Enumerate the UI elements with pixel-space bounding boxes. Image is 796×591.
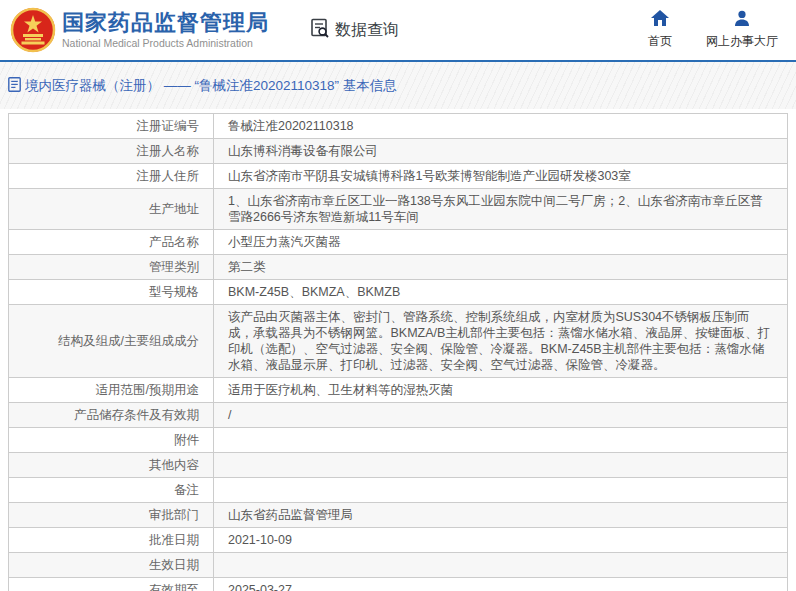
nav-home-label: 首页: [648, 33, 672, 50]
row-value-text: 第二类: [228, 260, 266, 274]
row-value-text: 适用于医疗机构、卫生材料等的湿热灭菌: [228, 383, 453, 397]
row-value: 第二类: [214, 255, 788, 280]
row-label: 适用范围/预期用途: [9, 378, 214, 403]
row-label-text: 其他内容: [149, 458, 199, 472]
row-label: 生效日期: [9, 553, 214, 578]
row-value: /: [214, 403, 788, 428]
breadcrumb-text: 境内医疗器械（注册） —— “鲁械注准20202110318” 基本信息: [25, 77, 397, 95]
row-value: BKM-Z45B、BKMZA、BKMZB: [214, 280, 788, 305]
registration-info-table: 注册证编号鲁械注准20202110318注册人名称山东博科消毒设备有限公司注册人…: [8, 113, 788, 591]
row-value: 山东省济南市平阴县安城镇博科路1号欧莱博智能制造产业园研发楼303室: [214, 164, 788, 189]
top-nav: 首页 网上办事大厅: [648, 10, 778, 50]
breadcrumb-bar: 境内医疗器械（注册） —— “鲁械注准20202110318” 基本信息: [0, 62, 796, 109]
nmpa-emblem-logo: [10, 7, 56, 53]
table-row: 审批部门山东省药品监督管理局: [9, 503, 788, 528]
row-label: 型号规格: [9, 280, 214, 305]
row-label-text: 备注: [174, 483, 199, 497]
row-label-text: 审批部门: [149, 508, 199, 522]
row-value-text: 山东省药品监督管理局: [228, 508, 353, 522]
row-label: 其他内容: [9, 453, 214, 478]
row-value: 2021-10-09: [214, 528, 788, 553]
row-label-text: 注册人名称: [137, 144, 200, 158]
row-label-text: 附件: [174, 433, 199, 447]
table-row: 适用范围/预期用途适用于医疗机构、卫生材料等的湿热灭菌: [9, 378, 788, 403]
row-label: 产品名称: [9, 230, 214, 255]
row-label-text: 型号规格: [149, 285, 199, 299]
row-value: 鲁械注准20202110318: [214, 114, 788, 139]
table-row: 生效日期: [9, 553, 788, 578]
row-label: 生产地址: [9, 189, 214, 230]
nav-online-hall-label: 网上办事大厅: [706, 33, 778, 50]
table-row: 附件: [9, 428, 788, 453]
row-value: 1、山东省济南市章丘区工业一路138号东风工业园东院中间二号厂房；2、山东省济南…: [214, 189, 788, 230]
org-name-en: National Medical Products Administration: [62, 37, 269, 49]
row-label-text: 注册人住所: [137, 169, 200, 183]
row-value: [214, 453, 788, 478]
row-value-text: 1、山东省济南市章丘区工业一路138号东风工业园东院中间二号厂房；2、山东省济南…: [228, 194, 763, 224]
table-row: 有效期至2025-03-27: [9, 578, 788, 591]
table-row: 注册证编号鲁械注准20202110318: [9, 114, 788, 139]
table-row: 生产地址1、山东省济南市章丘区工业一路138号东风工业园东院中间二号厂房；2、山…: [9, 189, 788, 230]
row-value: 山东省药品监督管理局: [214, 503, 788, 528]
row-label: 审批部门: [9, 503, 214, 528]
row-label-text: 有效期至: [149, 583, 199, 591]
row-label-text: 生效日期: [149, 558, 199, 572]
row-label: 注册证编号: [9, 114, 214, 139]
user-icon: [734, 10, 750, 30]
row-value-text: 2025-03-27: [228, 583, 292, 591]
document-search-icon: [309, 17, 331, 43]
row-label: 批准日期: [9, 528, 214, 553]
page-header: 国家药品监督管理局 National Medical Products Admi…: [0, 0, 796, 62]
row-label-text: 产品名称: [149, 235, 199, 249]
data-query-section: 数据查询: [309, 17, 399, 43]
breadcrumb: 境内医疗器械（注册） —— “鲁械注准20202110318” 基本信息: [8, 77, 397, 95]
row-label: 注册人名称: [9, 139, 214, 164]
row-value: 2025-03-27: [214, 578, 788, 591]
row-value-text: 该产品由灭菌器主体、密封门、管路系统、控制系统组成，内室材质为SUS304不锈钢…: [228, 310, 770, 372]
row-label-text: 结构及组成/主要组成成分: [58, 334, 199, 348]
table-row: 备注: [9, 478, 788, 503]
row-label: 产品储存条件及有效期: [9, 403, 214, 428]
row-label-text: 适用范围/预期用途: [96, 383, 199, 397]
row-value: 山东博科消毒设备有限公司: [214, 139, 788, 164]
document-icon: [8, 77, 21, 95]
row-label-text: 批准日期: [149, 533, 199, 547]
nav-online-hall[interactable]: 网上办事大厅: [706, 10, 778, 50]
table-row: 产品名称小型压力蒸汽灭菌器: [9, 230, 788, 255]
table-row: 注册人住所山东省济南市平阴县安城镇博科路1号欧莱博智能制造产业园研发楼303室: [9, 164, 788, 189]
row-value: 该产品由灭菌器主体、密封门、管路系统、控制系统组成，内室材质为SUS304不锈钢…: [214, 305, 788, 378]
row-value-text: /: [228, 408, 231, 422]
row-label: 结构及组成/主要组成成分: [9, 305, 214, 378]
table-row: 管理类别第二类: [9, 255, 788, 280]
row-label-text: 注册证编号: [137, 119, 200, 133]
row-value-text: 2021-10-09: [228, 533, 292, 547]
row-label: 附件: [9, 428, 214, 453]
row-value: 小型压力蒸汽灭菌器: [214, 230, 788, 255]
section-title: 数据查询: [335, 20, 399, 41]
row-value-text: 山东省济南市平阴县安城镇博科路1号欧莱博智能制造产业园研发楼303室: [228, 169, 631, 183]
row-value: [214, 428, 788, 453]
table-row: 型号规格BKM-Z45B、BKMZA、BKMZB: [9, 280, 788, 305]
row-value-text: 鲁械注准20202110318: [228, 119, 354, 133]
row-label-text: 管理类别: [149, 260, 199, 274]
row-value: [214, 553, 788, 578]
org-name-cn: 国家药品监督管理局: [62, 11, 269, 35]
row-value-text: 山东博科消毒设备有限公司: [228, 144, 378, 158]
row-label-text: 生产地址: [149, 202, 199, 216]
registration-info-panel: 注册证编号鲁械注准20202110318注册人名称山东博科消毒设备有限公司注册人…: [0, 109, 796, 591]
home-icon: [651, 10, 669, 30]
row-label: 注册人住所: [9, 164, 214, 189]
table-row: 注册人名称山东博科消毒设备有限公司: [9, 139, 788, 164]
table-row: 其他内容: [9, 453, 788, 478]
table-row: 结构及组成/主要组成成分该产品由灭菌器主体、密封门、管路系统、控制系统组成，内室…: [9, 305, 788, 378]
row-value: 适用于医疗机构、卫生材料等的湿热灭菌: [214, 378, 788, 403]
row-label: 管理类别: [9, 255, 214, 280]
row-label-text: 产品储存条件及有效期: [74, 408, 199, 422]
nav-home[interactable]: 首页: [648, 10, 672, 50]
row-label: 备注: [9, 478, 214, 503]
row-label: 有效期至: [9, 578, 214, 591]
table-row: 批准日期2021-10-09: [9, 528, 788, 553]
row-value-text: BKM-Z45B、BKMZA、BKMZB: [228, 285, 400, 299]
org-titles: 国家药品监督管理局 National Medical Products Admi…: [62, 11, 269, 49]
table-row: 产品储存条件及有效期/: [9, 403, 788, 428]
